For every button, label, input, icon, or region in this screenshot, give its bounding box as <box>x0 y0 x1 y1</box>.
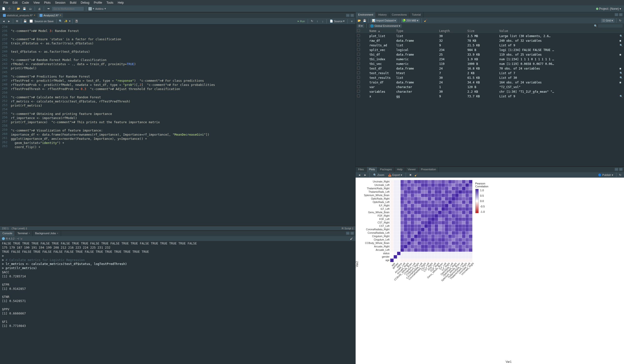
env-row[interactable]: varcharacter1120 B"T2_CST_vol" <box>356 85 624 89</box>
column-header[interactable]: Value <box>498 28 618 34</box>
maximize-icon[interactable]: ◻ <box>350 14 354 17</box>
minimize-icon[interactable]: — <box>346 14 349 17</box>
env-row[interactable]: split_veclogical234984 Blogi [1:234] FAL… <box>356 47 624 52</box>
back-icon[interactable]: ◄ <box>1 19 6 23</box>
env-row[interactable]: train_dfdata.frame2434.4 KB164 obs. of 2… <box>356 80 624 85</box>
view-mode-dropdown[interactable]: ☷ Grid ▾ <box>601 19 615 23</box>
goto-icon[interactable]: ➡ <box>46 7 51 11</box>
save-icon[interactable]: 💾 <box>22 7 27 11</box>
code-editor[interactable]: 234 235 236 237 238 239 240 241 242 243 … <box>0 24 355 226</box>
close-icon[interactable]: × <box>57 232 58 235</box>
addins-dropdown[interactable]: ▾ Addins ▾ <box>88 7 106 10</box>
console-tab[interactable]: Background Jobs× <box>33 231 61 236</box>
env-row[interactable]: tbi_dfdata.frame2533.9 KB119 obs. of 25 … <box>356 52 624 57</box>
project-button[interactable]: ⬢ Project: (None) ▾ <box>595 7 623 11</box>
main-menu[interactable]: FileEditCodeViewPlotsSessionBuildDebugPr… <box>0 0 624 5</box>
environment-scope-dropdown[interactable]: 🌐 Global Environment ▾ <box>369 24 402 28</box>
env-search-input[interactable] <box>598 24 623 27</box>
env-row[interactable]: results_adlist921.5 KBList of 9🔍 <box>356 43 624 47</box>
minimize-icon[interactable]: — <box>615 13 618 16</box>
source-button[interactable]: 📄 Source ▾ <box>329 19 346 23</box>
show-in-new-window-icon[interactable]: ⧉ <box>15 19 19 23</box>
env-row[interactable]: variablescharacter302.2 KBchr [1:30] "T1… <box>356 89 624 94</box>
clear-env-icon[interactable]: 🧹 <box>423 18 428 23</box>
go-up-icon[interactable]: ↑ <box>315 19 319 23</box>
menu-plots[interactable]: Plots <box>42 0 53 5</box>
console-output[interactable]: FALSE TRUE TRUE TRUE FALSE TRUE FALSE TR… <box>0 241 355 364</box>
clear-all-plots-icon[interactable]: 🧹 <box>414 173 418 177</box>
console-tab[interactable]: Terminal× <box>15 231 32 236</box>
load-icon[interactable]: 📂 <box>357 18 362 23</box>
prev-plot-icon[interactable]: ◄ <box>357 173 362 177</box>
column-header[interactable]: Size <box>466 28 498 34</box>
clear-console-icon[interactable]: 🖌 <box>349 236 353 241</box>
env-tab[interactable]: Environment <box>356 12 376 18</box>
r-version-label[interactable]: R 4.3.2 · ~/ <box>6 237 19 240</box>
column-header[interactable]: Type <box>395 28 438 34</box>
language-label[interactable]: R Script ‡ <box>342 227 353 230</box>
env-row[interactable]: test_dfdata.frame2416.8 KB70 obs. of 24 … <box>356 66 624 71</box>
minimize-icon[interactable]: — <box>615 168 618 171</box>
plots-tab[interactable]: Help <box>394 167 405 172</box>
refresh-plot-icon[interactable]: ↻ <box>618 173 623 177</box>
memory-usage[interactable]: 259 MiB ▾ <box>401 19 419 23</box>
menu-file[interactable]: File <box>1 0 10 5</box>
new-project-icon[interactable]: ➕ <box>7 7 12 11</box>
rerun-icon[interactable]: ↻ <box>310 19 314 23</box>
column-header[interactable]: Name ▲ <box>368 28 395 34</box>
menu-build[interactable]: Build <box>68 0 78 5</box>
save-icon[interactable]: 💾 <box>23 19 27 23</box>
editor-tab[interactable]: Analysis2.R*× <box>38 13 63 18</box>
source-on-save-checkbox[interactable]: Source on Save <box>28 19 55 23</box>
plots-tab[interactable]: Viewer <box>405 167 418 172</box>
publish-dropdown[interactable]: 🔵 Publish ▾ <box>597 173 615 177</box>
zoom-button[interactable]: 🔍 Zoom <box>372 173 385 177</box>
menu-code[interactable]: Code <box>20 0 31 5</box>
remove-plot-icon[interactable]: ✖ <box>408 173 413 177</box>
env-row[interactable]: raw_dfdata.frame3278 KB240 obs. of 32 va… <box>356 38 624 43</box>
go-down-icon[interactable]: ↓ <box>320 19 325 23</box>
env-row[interactable]: tbi_vecnumeric1191000 Bnum [1:119] 0.065… <box>356 62 624 66</box>
menu-view[interactable]: View <box>31 0 42 5</box>
open-file-icon[interactable]: 📂 <box>16 7 21 11</box>
env-row[interactable]: plot_listlist302.5 MBLarge list (30 elem… <box>356 34 624 39</box>
environment-table[interactable]: Name ▲TypeLengthSizeValueplot_listlist30… <box>356 28 624 166</box>
console-tab[interactable]: Console <box>0 231 15 236</box>
close-icon[interactable]: × <box>60 14 61 17</box>
save-env-icon[interactable]: 💾 <box>363 18 367 23</box>
env-tab[interactable]: Tutorial <box>410 12 423 18</box>
env-row[interactable]: test_resulthtest72 KBList of 7🔍 <box>356 71 624 75</box>
env-tab[interactable]: Connections <box>389 12 409 18</box>
save-all-icon[interactable]: 🗂 <box>28 7 32 11</box>
column-header[interactable] <box>356 28 368 34</box>
maximize-icon[interactable]: ◻ <box>619 13 623 16</box>
menu-tools[interactable]: Tools <box>104 0 115 5</box>
run-button[interactable]: ▸ Run <box>296 19 306 23</box>
next-plot-icon[interactable]: ► <box>363 173 367 177</box>
menu-edit[interactable]: Edit <box>10 0 20 5</box>
menu-debug[interactable]: Debug <box>79 0 91 5</box>
fwd-icon[interactable]: ► <box>7 19 11 23</box>
column-header[interactable]: Length <box>438 28 466 34</box>
menu-session[interactable]: Session <box>53 0 67 5</box>
env-tab[interactable]: History <box>376 12 389 18</box>
goto-file-input[interactable] <box>52 7 84 11</box>
wand-icon[interactable]: ✨ <box>64 19 68 23</box>
maximize-icon[interactable]: ◻ <box>350 232 354 235</box>
import-dataset-dropdown[interactable]: 📊 Import Dataset ▾ <box>370 19 397 23</box>
plots-tab[interactable]: Packages <box>378 167 394 172</box>
editor-tab[interactable]: statistical_analysis.R*× <box>1 13 37 18</box>
refresh-icon[interactable]: ↻ <box>618 18 623 23</box>
menu-help[interactable]: Help <box>116 0 126 5</box>
minimize-icon[interactable]: — <box>346 232 349 235</box>
close-icon[interactable]: × <box>28 232 30 235</box>
language-dropdown[interactable]: R ▾ <box>357 24 364 28</box>
new-file-icon[interactable]: 📄 <box>1 7 6 11</box>
env-row[interactable]: xgg973.7 KBList of 9🔍 <box>356 94 624 99</box>
env-row[interactable]: tbi_indexnumeric2341.9 KBnum [1:234] 1 1… <box>356 57 624 62</box>
env-row[interactable]: test_resultslist3061.5 KBList of 30🔍 <box>356 75 624 80</box>
scope-indicator[interactable]: (Top Level) ‡ <box>12 227 27 230</box>
find-icon[interactable]: 🔍 <box>58 19 63 23</box>
plots-tab[interactable]: Plots <box>366 167 378 172</box>
maximize-icon[interactable]: ◻ <box>619 168 623 171</box>
